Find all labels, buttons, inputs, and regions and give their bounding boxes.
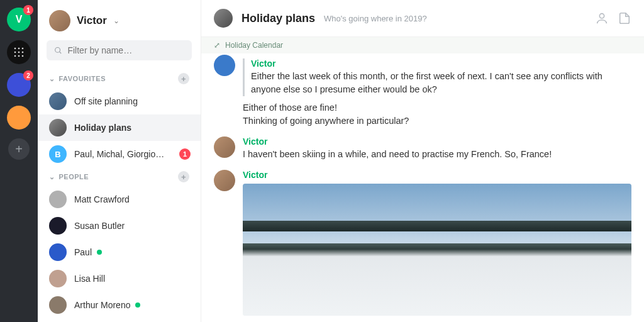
room-holiday-plans[interactable]: Holiday plans bbox=[38, 114, 201, 141]
chevron-down-icon: ⌄ bbox=[113, 16, 119, 25]
workspace-avatar-v[interactable]: V 1 bbox=[7, 8, 31, 31]
message-list: Victor Either the last week of this mont… bbox=[201, 53, 644, 322]
room-offsite[interactable]: Off site planning bbox=[38, 88, 201, 114]
svg-point-6 bbox=[14, 55, 16, 57]
svg-point-11 bbox=[599, 14, 604, 18]
expand-icon: ⤢ bbox=[214, 41, 220, 50]
person-paul[interactable]: Paul bbox=[38, 239, 201, 265]
svg-point-5 bbox=[22, 52, 24, 53]
svg-line-10 bbox=[59, 52, 61, 53]
message-avatar bbox=[214, 170, 235, 191]
unread-badge: 1 bbox=[179, 148, 191, 160]
person-avatar bbox=[49, 191, 67, 208]
workspace-rail: V 1 2 + bbox=[0, 0, 38, 322]
workspace-dots[interactable] bbox=[7, 40, 31, 64]
online-indicator bbox=[135, 303, 140, 308]
message-author: Victor bbox=[243, 170, 631, 180]
room-avatar bbox=[49, 119, 67, 136]
svg-point-0 bbox=[14, 48, 16, 50]
username: Victor bbox=[77, 14, 107, 27]
room-avatar-letter: B bbox=[49, 145, 67, 163]
room-label: Paul, Michal, Giorgio… bbox=[74, 149, 164, 159]
search-icon bbox=[54, 46, 62, 55]
message-author: Victor bbox=[251, 58, 631, 69]
svg-point-4 bbox=[18, 52, 20, 53]
person-arthur[interactable]: Arthur Moreno bbox=[38, 292, 201, 318]
filter-input[interactable] bbox=[67, 45, 184, 55]
person-label: Susan Butler bbox=[74, 221, 125, 231]
person-label: Matt Crawford bbox=[74, 194, 130, 204]
filter-search[interactable] bbox=[47, 40, 192, 60]
chevron-down-icon: ⌄ bbox=[49, 75, 55, 83]
svg-point-2 bbox=[22, 48, 24, 50]
favourites-list: Off site planning Holiday plans B Paul, … bbox=[38, 88, 201, 167]
message-text: Either of those are fine! bbox=[243, 101, 631, 114]
channel-subtitle: Who's going where in 2019? bbox=[324, 14, 427, 23]
room-group-chat[interactable]: B Paul, Michal, Giorgio… 1 bbox=[38, 141, 201, 167]
svg-point-9 bbox=[55, 47, 60, 52]
person-label: Arthur Moreno bbox=[74, 300, 130, 310]
workspace-orange[interactable] bbox=[7, 106, 31, 130]
person-avatar bbox=[49, 296, 67, 314]
person-avatar bbox=[49, 217, 67, 235]
channel-avatar bbox=[214, 9, 233, 28]
add-workspace-button[interactable]: + bbox=[8, 138, 30, 160]
room-label: Off site planning bbox=[74, 96, 138, 106]
svg-point-1 bbox=[18, 48, 20, 50]
badge: 1 bbox=[23, 5, 33, 15]
person-label: Lisa Hill bbox=[74, 274, 105, 284]
add-person-button[interactable]: + bbox=[178, 171, 189, 182]
dots-grid-icon bbox=[11, 45, 26, 60]
online-indicator bbox=[97, 250, 102, 255]
message-text: Either the last week of this month, or t… bbox=[251, 70, 631, 96]
svg-point-3 bbox=[14, 52, 16, 53]
message-text: Thinking of going anywhere in particular… bbox=[243, 114, 631, 128]
message-avatar bbox=[214, 136, 235, 158]
person-matt[interactable]: Matt Crawford bbox=[38, 186, 201, 213]
badge: 2 bbox=[23, 70, 33, 80]
header-actions bbox=[595, 11, 631, 25]
files-icon[interactable] bbox=[618, 11, 631, 25]
person-avatar bbox=[49, 243, 67, 261]
favourites-header[interactable]: ⌄FAVOURITES + bbox=[38, 69, 201, 88]
svg-point-8 bbox=[22, 55, 24, 57]
widget-banner[interactable]: ⤢ Holiday Calendar bbox=[201, 37, 644, 53]
person-label: Paul bbox=[74, 247, 92, 257]
room-avatar bbox=[49, 92, 67, 110]
channel-title: Holiday plans bbox=[242, 12, 315, 25]
person-lisa[interactable]: Lisa Hill bbox=[38, 265, 201, 292]
banner-label: Holiday Calendar bbox=[225, 41, 283, 50]
user-avatar bbox=[49, 10, 70, 31]
person-susan[interactable]: Susan Butler bbox=[38, 213, 201, 239]
message-avatar bbox=[214, 55, 235, 76]
members-icon[interactable] bbox=[595, 11, 609, 25]
message-author: Victor bbox=[243, 136, 631, 147]
people-header[interactable]: ⌄PEOPLE + bbox=[38, 167, 201, 186]
person-avatar bbox=[49, 270, 67, 287]
add-favourite-button[interactable]: + bbox=[178, 73, 189, 84]
workspace-blue[interactable]: 2 bbox=[7, 73, 31, 97]
main-panel: Holiday plans Who's going where in 2019?… bbox=[201, 0, 644, 322]
chevron-down-icon: ⌄ bbox=[49, 173, 55, 181]
quoted-reply: Victor Either the last week of this mont… bbox=[243, 58, 631, 96]
image-attachment[interactable] bbox=[243, 184, 631, 316]
message-text: I haven't been skiing in a while, and ne… bbox=[243, 148, 631, 161]
svg-point-7 bbox=[18, 55, 20, 57]
current-user-row[interactable]: Victor ⌄ bbox=[38, 8, 201, 40]
message: Victor I haven't been skiing in a while,… bbox=[214, 136, 631, 161]
message: Victor bbox=[214, 170, 631, 316]
room-label: Holiday plans bbox=[74, 123, 131, 133]
sidebar: Victor ⌄ ⌄FAVOURITES + Off site planning… bbox=[38, 0, 201, 322]
message: Victor Either the last week of this mont… bbox=[214, 58, 631, 128]
people-list: Matt Crawford Susan Butler Paul Lisa Hil… bbox=[38, 186, 201, 318]
channel-header: Holiday plans Who's going where in 2019? bbox=[201, 0, 644, 37]
